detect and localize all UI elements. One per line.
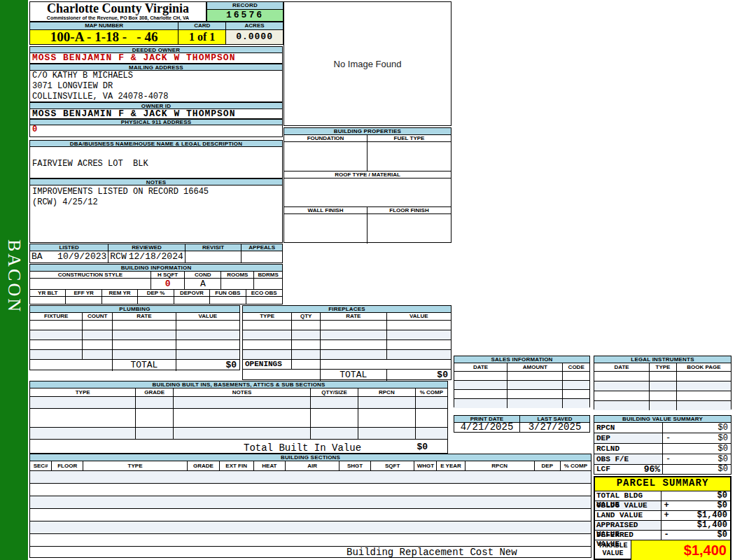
parcel-row-label: TOTAL BLDG VALUE (595, 491, 662, 500)
summary-row: APPRAISED VALUE $1,400 (595, 521, 730, 531)
bvs-row-label: DEP (596, 433, 610, 443)
summary-row: DEFERRED VALUE -$0 (595, 531, 730, 540)
table-row: DATE TYPE BOOK PAGE (594, 363, 731, 372)
record-box: RECORD 16576 (206, 1, 284, 22)
bvs-row-label: RCLND (596, 444, 620, 454)
parcel-summary: PARCEL SUMMARY TOTAL BLDG VALUE $0 OBLDG… (594, 476, 732, 560)
notes-line-1: IMPROVEMENTS LISTED ON RECORD 16645 (32, 187, 282, 197)
table-row (284, 178, 451, 207)
bvs-row-label: LCF (596, 465, 610, 475)
table-row (30, 484, 591, 496)
table-row: WALL FINISH FLOOR FINISH (284, 207, 451, 214)
parcel-row-label: LAND VALUE (595, 511, 662, 520)
table-row (30, 297, 282, 304)
built-ins-title: BUILDING BUILT INS, BASEMENTS, ATTICS & … (30, 382, 447, 388)
county-header: Charlotte County Virginia Commissioner o… (29, 1, 206, 22)
card-label: CARD (178, 22, 226, 29)
reviewed-header: REVIEWED (108, 244, 185, 251)
acres-value: 0.0000 (226, 30, 283, 44)
building-sections-footer-label: Building Replacement Cost New (346, 547, 517, 559)
fireplaces-title: FIREPLACES (243, 306, 451, 313)
summary-row: RPCN $0 (594, 423, 731, 433)
legal-instruments-table: LEGAL INSTRUMENTS DATE TYPE BOOK PAGE (594, 356, 732, 410)
table-row (594, 382, 731, 391)
table-row (30, 397, 447, 409)
table-row: FOUNDATION FUEL TYPE (284, 135, 451, 142)
table-row (30, 522, 591, 534)
plumbing-total-label: TOTAL (113, 360, 176, 371)
summary-row: LAND VALUE +$1,400 (595, 511, 730, 521)
mailing-address-label: MAILING ADDRESS (29, 64, 283, 71)
table-row: DATE AMOUNT CODE (454, 363, 589, 372)
deeded-owner-value: MOSS BENJAMIN F & JACK W THOMPSON (29, 53, 283, 64)
table-row (243, 350, 451, 360)
roof-label: ROOF TYPE / MATERIAL (284, 172, 451, 178)
built-ins-table: BUILDING BUILT INS, BASEMENTS, ATTICS & … (29, 381, 448, 454)
building-information: BUILDING INFORMATION CONSTRUCTION STYLE … (29, 264, 283, 304)
parcel-row-label: DEFERRED VALUE (595, 531, 662, 540)
table-row (30, 428, 447, 440)
physical-911-label: PHYSICAL 911 ADDRESS (29, 119, 283, 125)
fireplaces-total-value: $0 (387, 370, 451, 381)
appeals-header: APPEALS (241, 244, 282, 251)
listed-header: LISTED (30, 244, 108, 251)
table-row (243, 330, 451, 340)
table-row (30, 534, 591, 547)
map-number-label: MAP NUMBER (30, 22, 178, 29)
plumbing-total-value: $0 (176, 360, 239, 371)
table-row (594, 401, 731, 410)
table-row (243, 340, 451, 350)
county-subtitle: Commissioner of the Revenue, PO Box 308,… (30, 15, 206, 21)
building-sections-table: BUILDING SECTIONS SEC# FLOOR TYPE GRADE … (29, 454, 592, 558)
table-row (30, 509, 591, 522)
plumbing-total-row: TOTAL $0 (30, 360, 239, 371)
taxable-value: $1,400 (631, 540, 730, 560)
bvs-row-value: $0 (718, 454, 728, 464)
dba-value: FAIRVIEW ACRES LOT BLK (29, 147, 283, 178)
no-image-text: No Image Found (334, 59, 402, 69)
print-info-table: PRINT DATE LAST SAVED 4/21/2025 3/27/202… (454, 415, 590, 433)
parcel-row-value: $1,400 (697, 521, 727, 530)
taxable-value-row: TAXABLE VALUE $1,400 (595, 540, 730, 560)
dba-label: DBA/BUISNESS NAME/HOUSE NAME & LEGAL DES… (29, 140, 283, 147)
table-row (243, 321, 451, 330)
mailing-line-1: C/O KATHY B MICHAELS (32, 71, 282, 81)
plumbing-table: PLUMBING FIXTURE COUNT RATE VALUE TOTAL … (29, 305, 240, 370)
bvs-row-value: $0 (718, 444, 728, 454)
parcel-summary-title: PARCEL SUMMARY (595, 477, 730, 491)
h-sqft-value: 0 (151, 279, 186, 289)
fireplaces-total-label: TOTAL (321, 370, 386, 381)
taxable-value-label: TAXABLE VALUE (595, 540, 631, 560)
wall-finish-label: WALL FINISH (284, 207, 368, 214)
record-label: RECORD (207, 2, 283, 10)
map-card-acres: MAP NUMBER CARD ACRES 100-A - 1-18 - - 4… (29, 22, 284, 45)
plumbing-title: PLUMBING (30, 306, 239, 313)
table-row: YR BLT EFF YR REM YR DEP % DEPOVR FUN OB… (30, 290, 282, 297)
bvs-row-value: $0 (718, 465, 728, 475)
table-row: LISTED REVIEWED REVISIT APPEALS (30, 244, 282, 251)
table-row (454, 372, 589, 381)
table-row: BA10/9/2023 RCW12/18/2024 (30, 251, 282, 263)
property-image-panel: No Image Found (284, 1, 451, 126)
last-saved-value: 3/27/2025 (520, 423, 589, 432)
map-number: 100-A - 1-18 - - 46 (30, 30, 178, 44)
openings-label: OPENINGS (243, 360, 292, 369)
physical-911-value: 0 (29, 125, 283, 137)
record-number: 16576 (207, 10, 283, 21)
table-row (30, 409, 447, 428)
fireplaces-table: FIREPLACES TYPE QTY RATE VALUE OPENINGS … (242, 305, 451, 380)
fireplaces-total-row: TOTAL $0 (243, 370, 451, 381)
table-row: TYPE GRADE NOTES QTY/SIZE RPCN % COMP (30, 388, 447, 397)
built-ins-total-row: Total Built In Value $0 (30, 440, 447, 454)
table-row: FIXTURE COUNT RATE VALUE (30, 313, 239, 321)
table-row (30, 340, 239, 350)
table-row: CONSTRUCTION STYLE H SQFT COND ROOMS BDR… (30, 272, 282, 279)
table-row (594, 391, 731, 401)
floor-finish-label: FLOOR FINISH (368, 207, 451, 214)
bvs-row-label: RPCN (596, 423, 615, 433)
fireplaces-openings-row: OPENINGS (243, 360, 451, 370)
building-properties-title: BUILDING PROPERTIES (284, 128, 451, 135)
acres-label: ACRES (226, 22, 283, 29)
table-row (454, 390, 589, 399)
card-value: 1 of 1 (178, 30, 226, 44)
